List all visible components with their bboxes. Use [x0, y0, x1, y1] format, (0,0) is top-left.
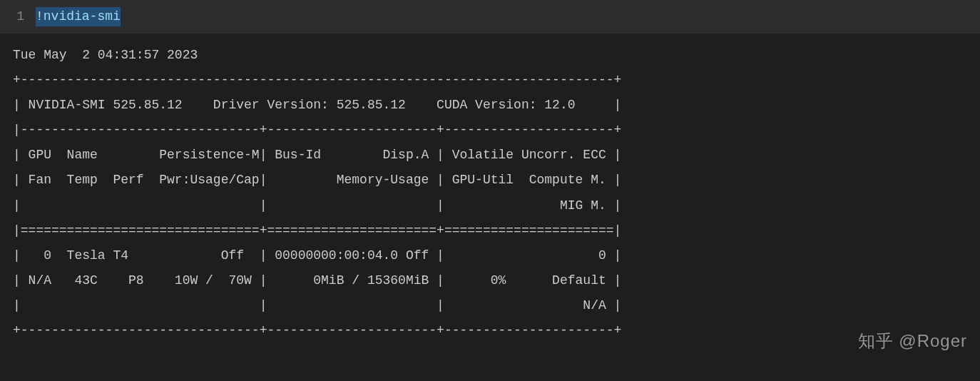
bang-char: !: [36, 9, 44, 24]
output-timestamp: Tue May 2 04:31:57 2023: [13, 48, 198, 62]
output-area: Tue May 2 04:31:57 2023 +---------------…: [0, 34, 980, 352]
watermark: 知乎 @Roger: [858, 328, 967, 354]
border-top: +---------------------------------------…: [13, 73, 621, 87]
divider2: |===============================+=======…: [13, 223, 621, 238]
col-header2: | Fan Temp Perf Pwr:Usage/Cap| Memory-Us…: [13, 173, 621, 187]
gpu-row2: | N/A 43C P8 10W / 70W | 0MiB / 15360MiB…: [13, 273, 621, 288]
command-text: nvidia-smi: [44, 9, 121, 24]
border-bottom: +-------------------------------+-------…: [13, 323, 621, 337]
code-cell[interactable]: 1 !nvidia-smi: [0, 0, 980, 34]
col-header1: | GPU Name Persistence-M| Bus-Id Disp.A …: [13, 148, 621, 162]
gpu-row3: | | | N/A |: [13, 298, 621, 313]
code-line: 1 !nvidia-smi: [0, 7, 980, 26]
line-number: 1: [0, 7, 36, 26]
divider1: |-------------------------------+-------…: [13, 123, 621, 137]
col-header3: | | | MIG M. |: [13, 198, 621, 213]
code-content[interactable]: !nvidia-smi: [36, 7, 121, 26]
code-selection: !nvidia-smi: [36, 7, 121, 26]
gpu-row1: | 0 Tesla T4 Off | 00000000:00:04.0 Off …: [13, 248, 621, 263]
header-line: | NVIDIA-SMI 525.85.12 Driver Version: 5…: [13, 98, 621, 112]
